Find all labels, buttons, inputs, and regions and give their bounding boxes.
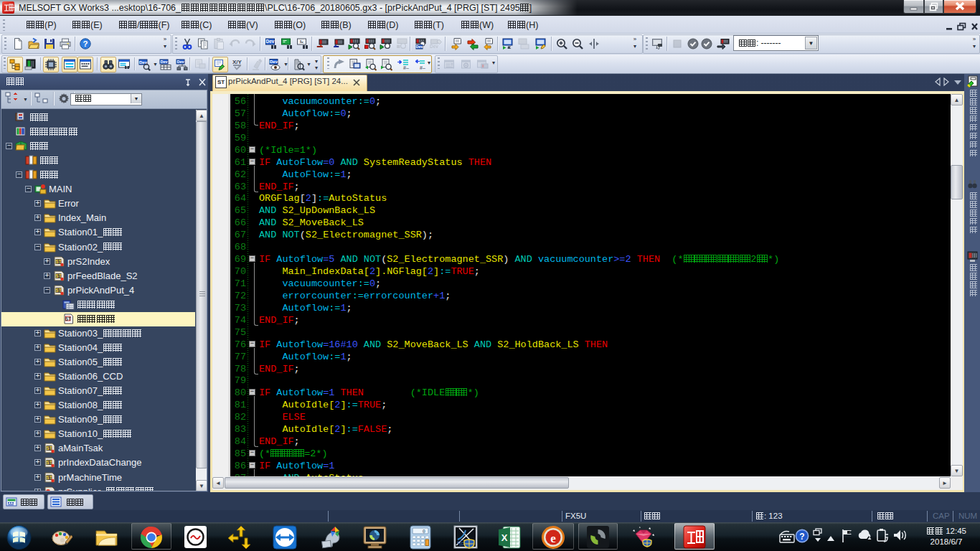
svg-text:#–: #– <box>420 65 425 70</box>
svg-text:X: X <box>501 532 508 543</box>
svg-text:Dev: Dev <box>160 60 168 64</box>
svg-text:ST: ST <box>55 288 61 293</box>
svg-text:e: e <box>550 532 556 545</box>
svg-text:0: 0 <box>423 529 425 534</box>
svg-text:?: ? <box>83 39 88 48</box>
svg-text:ST: ST <box>46 446 52 451</box>
svg-text:ST: ST <box>65 316 71 321</box>
svg-text:X/Y: X/Y <box>232 59 242 65</box>
svg-text:Dev: Dev <box>176 60 184 64</box>
svg-text:ST: ST <box>46 475 52 480</box>
svg-text:ST: ST <box>55 273 61 278</box>
svg-text:ST: ST <box>55 259 61 264</box>
svg-text:#–: #– <box>403 65 409 70</box>
svg-text:?: ? <box>799 532 804 542</box>
svg-text:I₀: I₀ <box>300 39 303 44</box>
svg-text:Dev: Dev <box>415 44 423 49</box>
svg-text:Dev: Dev <box>430 44 438 49</box>
svg-text:Dev: Dev <box>270 60 278 64</box>
svg-text:ST: ST <box>46 460 52 465</box>
svg-text:Dev: Dev <box>266 39 275 44</box>
